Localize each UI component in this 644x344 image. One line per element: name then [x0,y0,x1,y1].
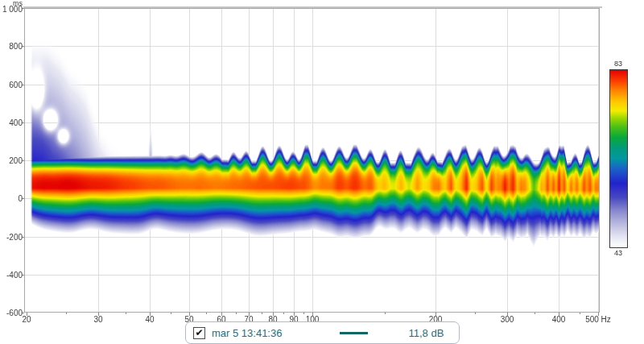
y-tick-label: 400 [0,118,23,127]
y-tick-label: 800 [0,42,23,51]
y-tick-label: -400 [0,271,23,280]
colorbar-min-label: 43 [609,249,628,257]
y-tick-label: 200 [0,156,23,165]
y-tick-label: 600 [0,81,23,89]
y-tick-label: 1 000 [0,5,23,14]
x-tick-label: 300 [491,315,523,324]
spectrogram-window: ms 1 0008006004002000-200-400-600 203040… [0,0,644,344]
colorbar-max-label: 83 [609,60,628,68]
trace-color-sample [340,332,368,334]
measurement-legend[interactable]: ✔ mar 5 13:41:36 11,8 dB [185,321,460,344]
measurement-checkbox[interactable]: ✔ [193,327,205,339]
y-tick-label: 0 [0,194,23,203]
x-tick-label: 30 [82,315,114,324]
measurement-name: mar 5 13:41:36 [212,327,282,339]
x-tick-label: 20 [10,315,43,324]
colorbar [609,69,628,248]
check-icon: ✔ [195,328,203,338]
spectrogram-plot-canvas [0,0,644,344]
y-tick-label: -200 [0,233,23,242]
measurement-value: 11,8 dB [408,327,444,339]
x-tick-label: 40 [134,315,166,324]
x-tick-label: 400 [543,315,575,324]
x-tick-label: 500 Hz [582,315,614,324]
